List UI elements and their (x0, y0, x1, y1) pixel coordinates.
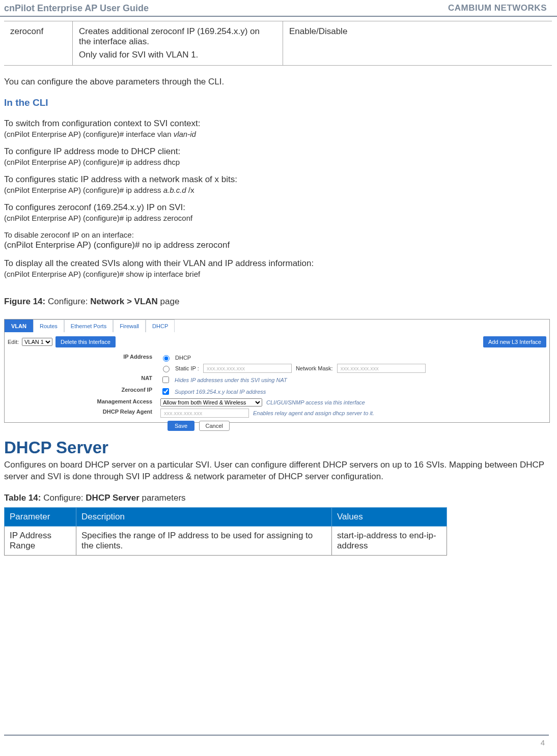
netmask-input[interactable]: xxx.xxx.xxx.xxx (337, 364, 426, 373)
vlan-screenshot: VLANRoutesEthernet PortsFirewallDHCP Edi… (4, 319, 550, 423)
td-param: IP Address Range (5, 526, 76, 555)
zeroconf-ip-hint: Support 169.254.x.y local IP address (175, 389, 266, 395)
zeroconf-desc-l1: Creates additional zeroconf IP (169.254.… (79, 26, 272, 47)
intro-paragraph: You can configure the above parameters t… (4, 77, 552, 87)
tab-dhcp[interactable]: DHCP (146, 319, 175, 332)
th-parameter: Parameter (5, 507, 76, 526)
dhcp-radio-label: DHCP (175, 355, 191, 361)
dhcp-param-table: Parameter Description Values IP Address … (4, 507, 447, 556)
mgmt-access-select[interactable]: Allow from both Wired & Wireless (160, 398, 262, 406)
table-caption-pre: Table 14: (4, 493, 43, 503)
static-ip-input[interactable]: xxx.xxx.xxx.xxx (203, 364, 292, 373)
zeroconf-table: zeroconf Creates additional zeroconf IP … (4, 21, 552, 66)
tab-routes[interactable]: Routes (33, 319, 64, 332)
cli-title: To configure IP address mode to DHCP cli… (4, 147, 552, 157)
td-values: start-ip-address to end-ip-address (332, 526, 447, 555)
dhcp-server-description: Configures on board DHCP server on a par… (4, 459, 552, 483)
ip-address-label: IP Address (5, 354, 160, 362)
zeroconf-param: zeroconf (4, 21, 73, 65)
footer-rule (4, 735, 549, 736)
td-desc: Specifies the range of IP address to be … (76, 526, 332, 555)
page-number: 4 (541, 738, 545, 747)
mgmt-access-hint: CLI/GUI/SNMP access via this interface (266, 399, 365, 405)
save-button[interactable]: Save (168, 421, 194, 431)
netmask-label: Network Mask: (296, 365, 333, 371)
tab-firewall[interactable]: Firewall (113, 319, 146, 332)
table-caption-bold: DHCP Server (86, 493, 140, 503)
cli-command: (cnPilot Enterprise AP) (configure)# sho… (4, 270, 552, 278)
figure-caption-mid: Configure: (48, 297, 90, 306)
add-l3-interface-button[interactable]: Add new L3 Interface (483, 336, 546, 347)
dhcp-radio[interactable] (163, 355, 170, 362)
doc-title-left: cnPilot Enterprise AP User Guide (4, 3, 149, 14)
zeroconf-desc-l2: Only valid for SVI with VLAN 1. (79, 50, 272, 60)
mgmt-access-label: Management Access (5, 398, 160, 406)
edit-label: Edit: (8, 339, 19, 345)
edit-vlan-select[interactable]: VLAN 1 (22, 338, 52, 346)
table-row: IP Address Range Specifies the range of … (5, 526, 447, 555)
figure-caption-pre: Figure 14: (4, 297, 48, 306)
zeroconf-ip-label: Zeroconf IP (5, 387, 160, 396)
dhcp-server-heading: DHCP Server (4, 438, 552, 457)
dhcp-relay-label: DHCP Relay Agent (5, 409, 160, 418)
table-header-row: Parameter Description Values (5, 507, 447, 526)
cli-title: To configures static IP address with a n… (4, 175, 552, 185)
tab-ethernet-ports[interactable]: Ethernet Ports (64, 319, 113, 332)
cli-command: (cnPilot Enterprise AP) (configure)# ip … (4, 186, 552, 194)
static-ip-label: Static IP : (175, 365, 199, 371)
table-caption: Table 14: Configure: DHCP Server paramet… (4, 493, 552, 503)
dhcp-relay-hint: Enables relay agent and assign dhcp serv… (253, 410, 374, 416)
static-ip-radio[interactable] (163, 366, 170, 372)
cli-command: (cnPilot Enterprise AP) (configure)# no … (4, 240, 552, 250)
th-description: Description (76, 507, 332, 526)
dhcp-relay-input[interactable]: xxx.xxx.xxx.xxx (160, 409, 249, 418)
table-caption-mid: Configure: (43, 493, 86, 503)
figure-caption: Figure 14: Configure: Network > VLAN pag… (4, 297, 552, 307)
cli-command: (cnPilot Enterprise AP) (configure)# ip … (4, 214, 552, 222)
cli-title: To disable zeroconf IP on an interface: (4, 230, 552, 239)
nat-label: NAT (5, 375, 160, 385)
figure-caption-bold: Network > VLAN (90, 297, 158, 306)
cli-title: To display all the created SVIs along wi… (4, 258, 552, 269)
table-caption-post: parameters (140, 493, 186, 503)
cli-title: To switch from configuration context to … (4, 119, 552, 129)
th-values: Values (332, 507, 447, 526)
cli-title: To configures zeroconf (169.254.x.y) IP … (4, 202, 552, 213)
cli-command: (cnPilot Enterprise AP) (configure)# ip … (4, 158, 552, 166)
zeroconf-ip-checkbox[interactable] (162, 388, 169, 395)
tab-vlan[interactable]: VLAN (5, 319, 33, 332)
delete-interface-button[interactable]: Delete this Interface (55, 336, 116, 347)
zeroconf-desc: Creates additional zeroconf IP (169.254.… (73, 21, 283, 65)
figure-caption-post: page (158, 297, 180, 306)
zeroconf-value: Enable/Disable (283, 21, 552, 65)
in-the-cli-heading: In the CLI (4, 97, 552, 108)
doc-title-right: CAMBIUM NETWORKS (448, 3, 547, 14)
cli-command: (cnPilot Enterprise AP) (configure)# int… (4, 130, 552, 138)
nat-checkbox[interactable] (162, 376, 169, 383)
nat-hint: Hides IP addresses under this SVI using … (175, 377, 287, 383)
cancel-button[interactable]: Cancel (199, 421, 230, 431)
